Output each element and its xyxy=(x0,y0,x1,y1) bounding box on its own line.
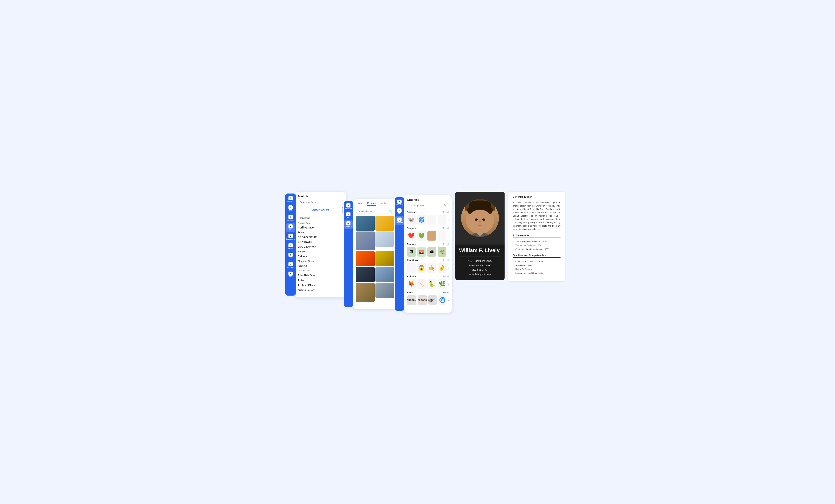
sidebar2-templates[interactable]: ⊞ Templates xyxy=(344,202,353,211)
photos-tab-uploads[interactable]: Uploads xyxy=(356,202,364,206)
photo-2[interactable] xyxy=(375,216,394,231)
stickers-see-all[interactable]: See all xyxy=(443,211,449,213)
frame-2[interactable]: 🌄 xyxy=(417,247,426,257)
sidebar-label-graphics: Graphics xyxy=(287,219,294,221)
blobs-header: Blobs See all xyxy=(407,291,449,294)
font-item-1[interactable]: Acme xyxy=(298,230,343,235)
animal-1[interactable]: 🦊 xyxy=(407,279,416,289)
photos-search-icon: 🔍 xyxy=(389,210,392,213)
photo-9[interactable] xyxy=(356,283,375,302)
blobs-more[interactable]: › xyxy=(448,298,449,302)
font-name-13: Archivo Narrow xyxy=(298,289,314,291)
animal-4[interactable]: 🌿 xyxy=(437,279,446,289)
photo-1[interactable] xyxy=(356,216,375,231)
font-item-12[interactable]: Archivo Black xyxy=(298,283,343,288)
photos-search-box[interactable]: 🔍 xyxy=(356,209,394,214)
shapes-see-all[interactable]: See all xyxy=(443,227,449,229)
font-item-0[interactable]: Abril Fatface xyxy=(298,225,343,230)
photo-8[interactable] xyxy=(375,267,394,282)
photos-tab-unsplash[interactable]: Unsplash xyxy=(379,202,388,206)
sidebar2-graphics[interactable]: ◎ Graphics xyxy=(344,220,353,229)
sidebar-item-logo[interactable]: ◈ Logo xyxy=(286,252,295,260)
shape-3[interactable] xyxy=(427,231,436,240)
shape-4[interactable] xyxy=(437,231,446,240)
blob-3[interactable]: INSERT TEXT xyxy=(428,295,436,305)
sidebar3-graphics[interactable]: ◎ Graphics xyxy=(395,216,404,225)
animal-2[interactable]: 🦴 xyxy=(417,279,426,289)
templates-icon: ⊞ xyxy=(288,196,293,200)
shape-2[interactable]: 💚 xyxy=(417,231,426,240)
animals-more[interactable]: › xyxy=(448,282,449,286)
sidebar-item-text[interactable]: T Text xyxy=(286,223,295,232)
sticker-2[interactable]: 🌀 xyxy=(417,215,426,225)
sticker-3[interactable] xyxy=(427,215,436,225)
sidebar2-fill[interactable]: ✏ Fill xyxy=(344,211,353,220)
photo-5[interactable] xyxy=(356,251,375,266)
font-name-8: Alegreya xyxy=(298,265,307,267)
font-item-2[interactable]: BEBAS NEUE xyxy=(298,235,343,239)
sidebar-item-fill[interactable]: ✏ Fill xyxy=(286,204,295,213)
sticker-4[interactable] xyxy=(437,215,446,225)
sidebar3-fill[interactable]: ✏ Fill xyxy=(395,207,404,216)
sidebar-item-graphics[interactable]: ◎ Graphics xyxy=(286,214,295,223)
sidebar-item-background[interactable]: ▣ Background xyxy=(286,233,295,241)
graphics-section-emotions: Emotions See all 😱 🤙 🤌 › xyxy=(407,259,449,273)
emotions-more[interactable]: › xyxy=(448,266,449,270)
upload-font-button[interactable]: Upload Your Font xyxy=(298,207,343,213)
sidebar-label-more: More xyxy=(288,276,292,278)
emotions-see-all[interactable]: See all xyxy=(443,259,449,261)
font-search-box[interactable] xyxy=(298,200,343,205)
photo-3[interactable] xyxy=(356,231,375,250)
sticker-1[interactable]: 🐭 xyxy=(407,215,416,225)
blob-1[interactable]: DRAGON xyxy=(407,295,416,305)
photos-search-input[interactable] xyxy=(358,210,389,212)
sidebar-item-templates[interactable]: ⊞ Templates xyxy=(286,195,295,204)
photos-tab-pixabay[interactable]: Pixabay xyxy=(367,202,376,206)
sidebar-item-more[interactable]: ··· More xyxy=(286,270,295,279)
emotion-3[interactable]: 🤙 xyxy=(427,263,436,273)
blob-2[interactable]: DRAGON xyxy=(418,295,427,305)
emotion-2[interactable]: 😱 xyxy=(417,263,426,273)
blobs-see-all[interactable]: See all xyxy=(443,291,449,293)
emotion-1[interactable] xyxy=(407,263,416,273)
font-item-10[interactable]: Alfa Slab One xyxy=(298,273,343,278)
stickers-header: Stickers See all xyxy=(407,211,449,213)
blob-4[interactable]: 🌀 xyxy=(438,295,446,305)
font-item-13[interactable]: Archivo Narrow xyxy=(298,288,343,292)
frames-see-all[interactable]: See all xyxy=(443,243,449,245)
animals-see-all[interactable]: See all xyxy=(443,275,449,277)
font-item-opensans[interactable]: Open Sans ✓ xyxy=(298,216,343,220)
frames-more[interactable]: › xyxy=(448,250,449,254)
graphics-search-input[interactable] xyxy=(409,205,444,207)
font-item-7[interactable]: Alegreya Sans xyxy=(298,259,343,264)
photo-7[interactable] xyxy=(356,267,375,282)
fill-icon: ✏ xyxy=(288,205,293,210)
shape-1[interactable]: ❤️ xyxy=(407,231,416,240)
animals-row: 🦊 🦴 🐍 🌿 › xyxy=(407,279,449,289)
font-item-6[interactable]: Rakkas xyxy=(298,254,343,259)
shapes-more[interactable]: › xyxy=(448,234,449,237)
font-item-9[interactable]: Alex Brush xyxy=(298,268,343,273)
frames-header: Frames See all xyxy=(407,243,449,246)
stickers-more[interactable]: › xyxy=(448,218,449,222)
font-item-8[interactable]: Alegreya xyxy=(298,264,343,268)
font-item-11[interactable]: Anton xyxy=(298,278,343,283)
font-item-4[interactable]: Libre Baskerville xyxy=(298,244,343,249)
graphics-search-box[interactable]: 🔍 xyxy=(407,203,449,208)
frame-3[interactable]: 🏔 xyxy=(427,247,436,257)
frame-4[interactable]: 🌿 xyxy=(437,247,446,257)
photo-6[interactable] xyxy=(375,251,394,266)
font-item-5[interactable]: Nunito xyxy=(298,249,343,254)
emotion-4[interactable]: 🤌 xyxy=(437,263,446,273)
sidebar3-templates[interactable]: ⊞ Templates xyxy=(395,198,404,207)
font-item-3[interactable]: GRADUATE xyxy=(298,239,343,244)
text-icon: T xyxy=(288,224,293,229)
photo-4[interactable] xyxy=(375,231,394,247)
animal-3[interactable]: 🐍 xyxy=(427,279,436,289)
sidebar-item-uploads[interactable]: ↑ Uploads xyxy=(286,261,295,270)
photo-10[interactable] xyxy=(375,283,394,298)
frame-1[interactable]: 🖼 xyxy=(407,247,416,257)
font-search-input[interactable] xyxy=(300,201,341,204)
animals-header: Animals See all xyxy=(407,275,449,278)
sidebar-item-tables[interactable]: ⊞ Tables xyxy=(286,242,295,251)
